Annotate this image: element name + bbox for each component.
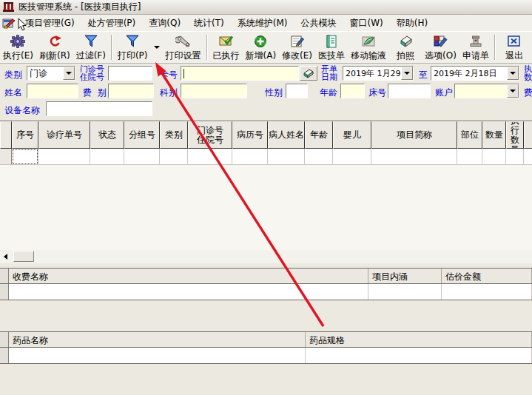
app-icon [3, 2, 14, 12]
table-cell[interactable] [368, 284, 442, 300]
options-button[interactable]: 选项(O) [422, 32, 459, 63]
medtech-form-button[interactable]: 医技单 [315, 32, 348, 63]
table-cell[interactable] [333, 149, 371, 165]
menu-item-public-module[interactable]: 公共模块 [294, 15, 343, 32]
print-setup-button[interactable]: 打印设置 [163, 32, 204, 63]
menu-item-statistics[interactable]: 统计(T) [187, 15, 231, 32]
table-cell[interactable] [305, 149, 333, 165]
table-cell[interactable] [90, 149, 124, 165]
table-cell[interactable] [457, 149, 482, 165]
row-selector-cell[interactable] [0, 348, 9, 363]
table-cell[interactable] [306, 348, 532, 363]
focused-cell[interactable] [12, 149, 38, 165]
header-infant[interactable]: 婴儿 [333, 121, 371, 149]
add-button[interactable]: 新增(A) [243, 32, 280, 63]
header-age[interactable]: 年龄 [305, 121, 333, 149]
horizontal-scrollbar[interactable] [0, 250, 532, 263]
clinic-no-input[interactable] [108, 66, 152, 81]
table-cell[interactable] [188, 149, 232, 165]
menu-item-query[interactable]: 查询(Q) [142, 15, 187, 32]
table-cell[interactable] [482, 149, 506, 165]
header-drug-name[interactable]: 药品名称 [9, 332, 306, 347]
table-cell[interactable] [232, 149, 268, 165]
date-from-combo[interactable]: 2019年 1月29日 [343, 66, 414, 81]
header-charge-name[interactable]: 收费名称 [9, 269, 368, 283]
header-patient-name[interactable]: 病人姓名 [268, 121, 305, 149]
scroll-left-arrow-icon[interactable] [4, 254, 7, 260]
header-estimated-amount[interactable]: 估价金额 [442, 269, 532, 283]
age-input[interactable] [340, 84, 365, 98]
combo-dropdown-button[interactable] [507, 84, 519, 98]
table-cell[interactable] [506, 149, 524, 165]
filter-button[interactable]: 过滤(F) [73, 32, 109, 63]
header-status[interactable]: 状态 [90, 121, 124, 149]
header-record-no[interactable]: 病历号 [232, 121, 268, 149]
combo-dropdown-button[interactable] [63, 67, 75, 80]
header-reverse-count[interactable]: 冲 数 [524, 121, 532, 149]
header-drug-spec[interactable]: 药品规格 [306, 332, 532, 347]
date-to-combo[interactable]: 2019年 2月18日 [431, 66, 519, 81]
header-item-short-name[interactable]: 项目简称 [371, 121, 457, 149]
table-cell[interactable] [524, 149, 532, 165]
date-to-value: 2019年 2月18日 [431, 68, 507, 79]
table-cell[interactable] [268, 149, 305, 165]
request-form-button[interactable]: 申请单 [459, 32, 492, 63]
header-category[interactable]: 类别 [160, 121, 188, 149]
toolbar-separator [206, 35, 208, 60]
menu-item-help[interactable]: 帮助(H) [390, 15, 434, 32]
add-plus-icon [253, 34, 268, 49]
mobile-infusion-button[interactable]: 移动输液 [348, 32, 389, 63]
row-selector-cell[interactable] [0, 149, 12, 165]
table-row[interactable] [0, 348, 532, 364]
menu-item-maintenance[interactable]: 系统维护(M) [231, 15, 294, 32]
name-input[interactable] [27, 84, 78, 98]
table-cell[interactable] [442, 284, 532, 300]
table-row[interactable] [0, 284, 532, 300]
header-exec-quantity[interactable]: 执行 数量 [506, 121, 524, 149]
table-cell[interactable] [124, 149, 160, 165]
menu-item-prescription[interactable]: 处方管理(P) [81, 15, 143, 32]
table-cell[interactable] [371, 149, 457, 165]
header-item-content[interactable]: 项目内涵 [368, 269, 442, 283]
header-body-part[interactable]: 部位 [457, 121, 482, 149]
table-cell[interactable] [38, 149, 90, 165]
bed-input[interactable] [388, 84, 431, 98]
table-cell[interactable] [9, 284, 368, 300]
print-button[interactable]: 打印(P) [115, 32, 151, 63]
refresh-label: 刷新(R) [39, 50, 70, 62]
execute-button[interactable]: 执行(E) [0, 32, 36, 63]
table-cell[interactable] [9, 348, 306, 363]
header-seq-no[interactable]: 序号 [12, 121, 38, 149]
executed-button[interactable]: 已执行 [210, 32, 243, 63]
combo-dropdown-button[interactable] [401, 67, 413, 80]
header-treatment-no[interactable]: 诊疗单号 [38, 121, 90, 149]
device-name-input[interactable] [46, 101, 152, 116]
category-combo[interactable]: 门诊 [27, 66, 75, 81]
dept-input[interactable] [181, 84, 247, 98]
combo-dropdown-button[interactable] [507, 67, 519, 80]
table-cell[interactable] [160, 149, 188, 165]
photo-button[interactable]: 拍照 [389, 32, 422, 63]
header-clinic-no[interactable]: 门诊号 住院号 [188, 121, 232, 149]
fee-type-input[interactable] [108, 84, 154, 98]
document-icon [325, 34, 338, 49]
account-combo[interactable] [454, 84, 519, 98]
menu-item-project[interactable]: 项目管理(G) [18, 15, 81, 32]
card-reader-button[interactable] [300, 66, 317, 81]
header-group-no[interactable]: 分组号 [124, 121, 160, 149]
clipped-label-row1: 执 数 [524, 65, 532, 81]
modify-button[interactable]: 修改(E) [279, 32, 315, 63]
header-quantity[interactable]: 数量 [482, 121, 506, 149]
toolbar-separator [111, 35, 112, 60]
exit-button[interactable]: 退出 [498, 32, 531, 63]
gender-input[interactable] [286, 84, 308, 98]
print-dropdown-arrow[interactable] [151, 32, 163, 63]
refresh-button[interactable]: 刷新(R) [36, 32, 73, 63]
card-reader-icon [303, 69, 314, 78]
table-row[interactable] [0, 149, 532, 165]
row-selector-cell[interactable] [0, 284, 9, 300]
card-no-input[interactable] [181, 66, 299, 81]
menu-item-window[interactable]: 窗口(W) [343, 15, 390, 32]
scrollbar-thumb[interactable] [13, 251, 34, 262]
filter-label: 过滤(F) [76, 50, 106, 62]
